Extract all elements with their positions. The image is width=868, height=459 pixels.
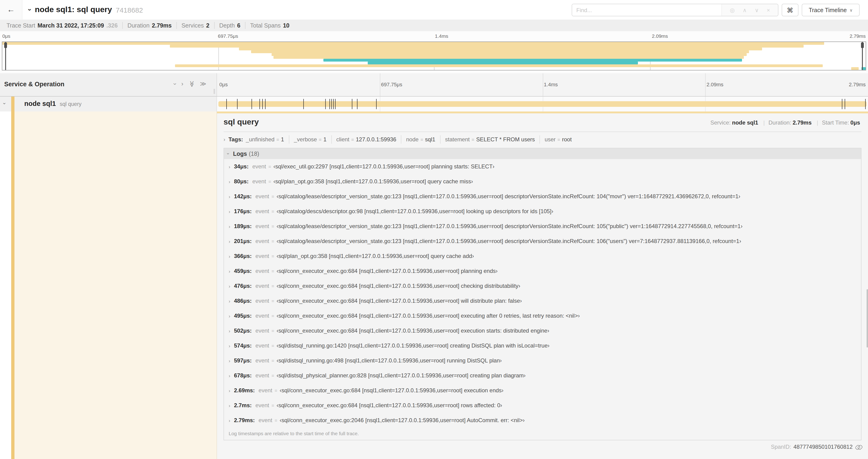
tag-equals: = <box>276 137 279 142</box>
minimap-tick: 2.09ms <box>652 33 668 39</box>
locate-icon[interactable]: ◎ <box>730 7 735 13</box>
back-button[interactable]: ← <box>0 0 22 20</box>
log-equals: = <box>272 358 274 363</box>
log-expand-icon[interactable]: › <box>229 403 230 408</box>
collapse-all-icon[interactable]: › <box>172 83 179 85</box>
tag-key: client <box>336 136 349 143</box>
next-match-icon[interactable]: ∨ <box>754 7 759 13</box>
log-expand-icon[interactable]: › <box>229 254 230 259</box>
log-entry[interactable]: › 34μs: event = ‹sql/exec_util.go:2297 [… <box>224 159 861 174</box>
scrubber-knob[interactable] <box>861 42 864 48</box>
log-expand-icon[interactable]: › <box>229 194 230 199</box>
logs-header[interactable]: › Logs (18) <box>224 148 861 159</box>
logs-count: (18) <box>249 151 259 157</box>
log-expand-icon[interactable]: › <box>229 314 230 319</box>
span-service-name: node sql1 <box>24 100 56 107</box>
span-row-name-cell[interactable]: › node sql1 sql query <box>0 97 217 111</box>
detail-header: sql query Service:node sql1 | Duration:2… <box>223 118 862 127</box>
log-entry[interactable]: › 574μs: event = ‹sql/distsql_running.go… <box>224 338 861 353</box>
prev-match-icon[interactable]: ∧ <box>743 7 747 13</box>
log-expand-icon[interactable]: › <box>229 299 230 304</box>
expand-one-icon[interactable]: › <box>181 81 183 87</box>
log-marker-tick <box>226 99 226 109</box>
expand-deep-icon[interactable]: ≫ <box>200 81 206 87</box>
log-field: event <box>252 163 266 170</box>
find-controls: ◎ ∧ ∨ × <box>721 4 778 16</box>
log-expand-icon[interactable]: › <box>229 328 230 333</box>
collapse-deep-icon[interactable]: ≫ <box>188 81 195 87</box>
minimap-canvas[interactable] <box>2 41 866 70</box>
trace-title-group[interactable]: › node sql1: sql query 7418682 <box>29 0 143 20</box>
log-equals: = <box>272 194 274 199</box>
log-entry[interactable]: › 459μs: event = ‹sql/conn_executor_exec… <box>224 264 861 278</box>
log-entry[interactable]: › 366μs: event = ‹sql/plan_opt.go:358 [n… <box>224 249 861 264</box>
service-value: node sql1 <box>732 120 758 126</box>
log-expand-icon[interactable]: › <box>229 373 230 378</box>
tags-list: _unfinished=1 _verbose=1 client=127.0.0.… <box>246 135 576 144</box>
logs-collapse-icon[interactable]: › <box>226 153 231 155</box>
span-duration-bar[interactable] <box>218 101 867 107</box>
log-expand-icon[interactable]: › <box>229 418 230 423</box>
log-timestamp: 366μs: <box>234 253 252 259</box>
tag-item: user=root <box>539 135 576 144</box>
log-expand-icon[interactable]: › <box>229 388 230 393</box>
log-entry[interactable]: › 2.69ms: event = ‹sql/conn_executor_exe… <box>224 383 861 398</box>
log-expand-icon[interactable]: › <box>229 224 230 229</box>
log-marker-tick <box>376 99 376 109</box>
log-timestamp: 142μs: <box>234 193 252 200</box>
tag-key: statement <box>445 136 470 143</box>
log-field: event <box>255 223 269 230</box>
collapse-chevron-icon[interactable]: › <box>26 9 34 11</box>
range-scrubber-right[interactable] <box>862 42 863 70</box>
log-field: event <box>258 387 272 394</box>
log-expand-icon[interactable]: › <box>229 269 230 274</box>
span-row-bar-cell[interactable] <box>217 97 868 111</box>
log-entry[interactable]: › 678μs: event = ‹sql/distsql_physical_p… <box>224 368 861 383</box>
log-expand-icon[interactable]: › <box>229 179 230 184</box>
log-field: event <box>255 268 269 274</box>
log-entry[interactable]: › 597μs: event = ‹sql/distsql_running.go… <box>224 353 861 368</box>
log-marker-tick <box>845 99 845 109</box>
log-expand-icon[interactable]: › <box>229 358 230 363</box>
log-entry[interactable]: › 486μs: event = ‹sql/conn_executor_exec… <box>224 293 861 308</box>
log-entry[interactable]: › 2.7ms: event = ‹sql/conn_executor_exec… <box>224 398 861 413</box>
log-expand-icon[interactable]: › <box>229 164 230 169</box>
find-input[interactable] <box>572 4 721 16</box>
summary-value-suffix: .326 <box>106 22 118 29</box>
log-entry[interactable]: › 2.79ms: event = ‹sql/conn_executor_exe… <box>224 413 861 428</box>
ruler-tick: 2.09ms <box>707 81 723 87</box>
minimap-span <box>175 64 823 67</box>
spanid-label: SpanID: <box>771 444 791 450</box>
log-marker-tick <box>865 99 866 109</box>
log-value: ‹sql/catalog/descs/descriptor.go:98 [nsq… <box>277 208 553 215</box>
log-entry[interactable]: › 189μs: event = ‹sql/catalog/lease/desc… <box>224 219 861 234</box>
scrubber-knob[interactable] <box>4 42 7 48</box>
log-entry[interactable]: › 142μs: event = ‹sql/catalog/lease/desc… <box>224 189 861 204</box>
span-row[interactable]: › node sql1 sql query <box>0 97 868 111</box>
tags-row[interactable]: › Tags: _unfinished=1 _verbose=1 client=… <box>223 135 862 144</box>
log-expand-icon[interactable]: › <box>229 209 230 214</box>
range-scrubber-left[interactable] <box>5 42 6 70</box>
log-entry[interactable]: › 502μs: event = ‹sql/conn_executor_exec… <box>224 323 861 338</box>
log-expand-icon[interactable]: › <box>229 284 230 289</box>
clear-find-icon[interactable]: × <box>767 7 770 13</box>
view-selector-button[interactable]: Trace Timeline ∨ <box>802 4 860 16</box>
log-entry[interactable]: › 201μs: event = ‹sql/catalog/lease/desc… <box>224 234 861 249</box>
tag-key: node <box>406 136 418 143</box>
log-expand-icon[interactable]: › <box>229 239 230 244</box>
timeline-ruler-row: Service & Operation › › ≫ ≫ ∥ 0μs 697.75… <box>0 73 868 97</box>
log-expand-icon[interactable]: › <box>229 343 230 349</box>
log-entry[interactable]: › 495μs: event = ‹sql/conn_executor_exec… <box>224 308 861 323</box>
ruler-tick: 2.79ms <box>849 81 866 87</box>
log-marker-tick <box>329 99 330 109</box>
vertical-scrollbar[interactable] <box>867 289 868 348</box>
log-entry[interactable]: › 176μs: event = ‹sql/catalog/descs/desc… <box>224 204 861 219</box>
log-entry[interactable]: › 476μs: event = ‹sql/conn_executor_exec… <box>224 278 861 293</box>
column-resize-handle[interactable]: ∥ <box>213 88 216 94</box>
log-equals: = <box>272 343 274 349</box>
tags-expand-icon[interactable]: › <box>223 137 225 142</box>
log-entry[interactable]: › 80μs: event = ‹sql/plan_opt.go:358 [ns… <box>224 174 861 189</box>
span-collapse-icon[interactable]: › <box>2 103 7 104</box>
shortcuts-button[interactable]: ⌘ <box>782 4 799 16</box>
deep-link-icon[interactable] <box>856 445 862 449</box>
